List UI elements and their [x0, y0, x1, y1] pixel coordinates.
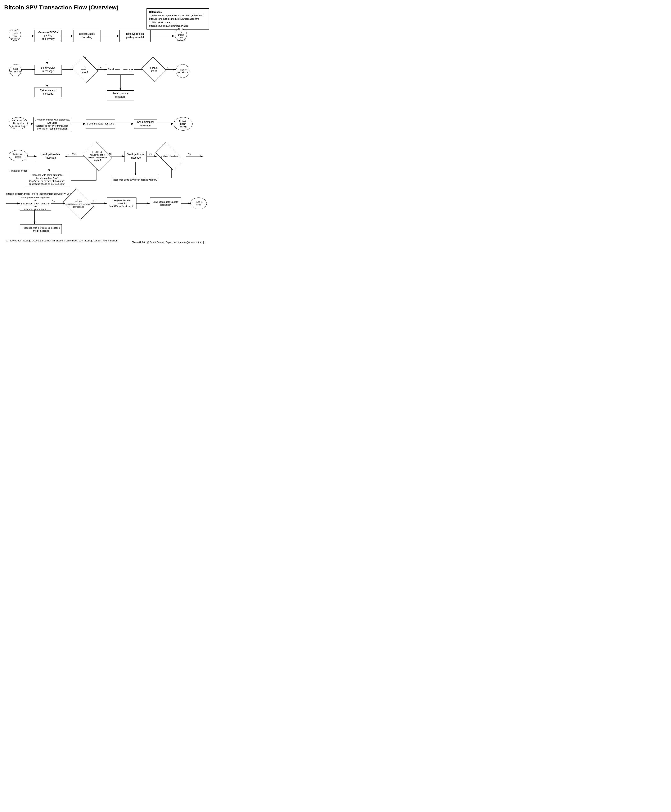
send-filterupdate-box: Send filterupdate Update bloomfilter [150, 197, 181, 209]
footer-right: Tomoaki Sato @ Smart Contract Japan mail… [132, 241, 205, 243]
got-block-hashes-diamond: got block hashes. [157, 149, 182, 164]
register-tx-box: Register related transaction into SPV wa… [107, 197, 136, 209]
responds-500-box: Responds up to 500 Block hashes with "in… [112, 175, 159, 184]
inventory-link: https://en.bitcoin.it/wiki/Protocol_docu… [6, 192, 75, 195]
validate-merkle-diamond: validate merkleblock, and followed tx me… [66, 195, 91, 213]
svg-text:No: No [52, 200, 55, 202]
send-getdata-box: Send getdata message with tx hashes and … [20, 197, 51, 211]
finish-handshake-circle: Finish to handshake [176, 64, 189, 78]
send-verack-box: Send verack message [107, 65, 134, 75]
svg-text:Yes: Yes [148, 153, 152, 155]
start-sync-ellipse: Start to sync blocks [9, 150, 27, 161]
retrieve-btc-box: Retrieve Bitcoin privkey in wallet [119, 30, 151, 42]
start-bloom-ellipse: Start to bloom filtering with mempool ms… [9, 117, 27, 129]
base58-box: Base58Check Encoding [73, 30, 100, 42]
send-filterload-box: Send filterload message [86, 119, 115, 129]
send-getheaders-box: send getheaders message [37, 151, 65, 162]
return-verack-box: Return verack message [107, 90, 134, 100]
start-handshake-circle: Start handshaking [9, 64, 22, 76]
svg-text:Yes: Yes [92, 200, 96, 202]
responds-headers-box: Responds with some amount of headers wit… [24, 172, 70, 187]
svg-text:Yes: Yes [98, 66, 102, 69]
gen-ecdsa-box: Generate ECDSA pubkey and privkey [34, 30, 62, 42]
create-bloomfilter-box: Create bloomfilter with addresses, and u… [34, 117, 71, 131]
send-version-box: Send version messsage [34, 65, 62, 75]
finish-sync-ellipse: Finish to sync [191, 197, 207, 209]
svg-text:Yes: Yes [165, 66, 169, 69]
start-create-circle: Start to create new address [9, 29, 21, 41]
finish-bloom-ellipse: Finish to bloom filtering [174, 117, 192, 131]
send-mempool-box: Send mempool message [134, 119, 157, 129]
send-getblocks-box: Send getblocks message [124, 151, 147, 162]
is-version-same-diamond: Is version same ? [74, 61, 95, 78]
remote-full-nodes-label: Remote full nodes [9, 170, 27, 172]
start-create-label: Start to create new address [11, 29, 19, 40]
local-block-cond-diamond: local block header height < remote block… [86, 147, 109, 166]
finish-create-circle: Finish to create new address [175, 29, 187, 41]
footnote: 1. merkleblock message prove,a transacti… [6, 239, 118, 243]
format-check-diamond: Format check [145, 61, 163, 77]
responds-merkle-box: Responds with merkleblock message and tx… [20, 224, 62, 234]
return-version-box: Return version message [34, 87, 62, 97]
svg-text:Yes: Yes [72, 153, 76, 155]
svg-text:No: No [109, 153, 112, 155]
svg-text:No: No [188, 153, 191, 155]
